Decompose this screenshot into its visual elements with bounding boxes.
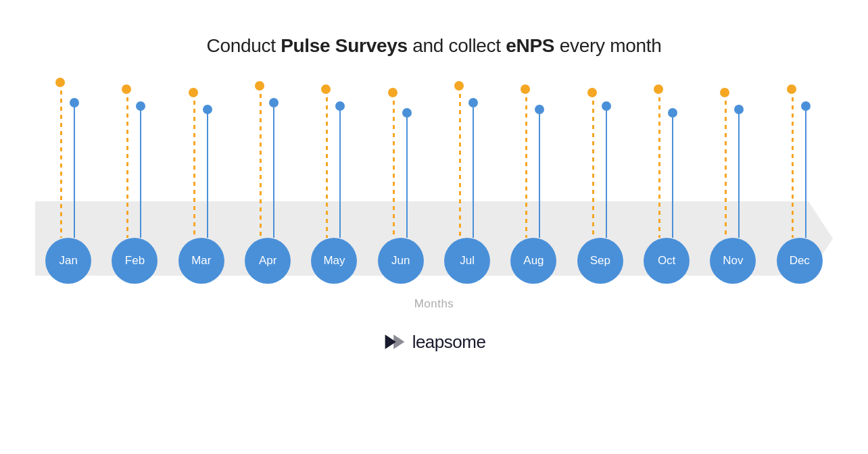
- month-circle-oct: Oct: [644, 238, 690, 284]
- month-circle-dec: Dec: [777, 238, 823, 284]
- pulse-survey-line: [525, 89, 527, 238]
- months-axis-label: Months: [414, 297, 454, 311]
- pulse-survey-line: [459, 86, 461, 238]
- enps-dot: [269, 98, 279, 107]
- pulse-survey-dot: [787, 84, 796, 94]
- pulse-survey-dot: [454, 81, 464, 91]
- pulse-survey-line: [792, 89, 794, 238]
- month-col-dec: Dec: [767, 77, 833, 293]
- pulse-survey-dot: [55, 78, 65, 87]
- logo: leapsome: [383, 330, 486, 354]
- month-col-may: May: [301, 77, 367, 293]
- enps-dot: [203, 105, 212, 114]
- pulse-survey-line: [60, 82, 62, 238]
- pulse-survey-dot: [521, 84, 530, 94]
- enps-dot: [70, 98, 79, 107]
- month-col-mar: Mar: [168, 77, 235, 293]
- leapsome-icon: [383, 330, 407, 354]
- enps-line: [207, 109, 208, 238]
- month-circle-sep: Sep: [577, 238, 623, 284]
- pulse-survey-dot: [654, 84, 663, 94]
- enps-dot: [535, 105, 544, 114]
- pulse-survey-line: [260, 86, 262, 238]
- enps-dot: [734, 105, 744, 114]
- enps-dot: [136, 101, 145, 111]
- enps-line: [738, 109, 740, 238]
- pulse-survey-line: [592, 93, 594, 238]
- pulse-survey-dot: [122, 84, 131, 94]
- month-circle-apr: Apr: [245, 238, 291, 284]
- month-circle-nov: Nov: [710, 238, 756, 284]
- pulse-survey-line: [326, 89, 328, 238]
- enps-line: [74, 103, 75, 238]
- enps-line: [473, 103, 474, 238]
- enps-line: [406, 113, 408, 238]
- enps-line: [805, 106, 806, 238]
- month-col-sep: Sep: [567, 77, 633, 293]
- month-col-apr: Apr: [235, 77, 301, 293]
- pulse-survey-dot: [720, 88, 729, 97]
- month-col-oct: Oct: [633, 77, 700, 293]
- month-col-jul: Jul: [434, 77, 500, 293]
- pulse-survey-dot: [388, 88, 397, 97]
- month-circle-jul: Jul: [444, 238, 490, 284]
- pulse-survey-line: [725, 93, 727, 238]
- pulse-survey-dot: [587, 88, 597, 97]
- months-axis: JanFebMarAprMayJunJulAugSepOctNovDec: [35, 77, 833, 293]
- month-col-jun: Jun: [368, 77, 434, 293]
- pulse-survey-dot: [321, 84, 331, 94]
- month-circle-feb: Feb: [112, 238, 158, 284]
- svg-marker-1: [393, 334, 404, 349]
- pulse-survey-dot: [189, 88, 198, 97]
- pulse-survey-line: [193, 93, 195, 238]
- month-col-nov: Nov: [700, 77, 766, 293]
- month-col-feb: Feb: [101, 77, 168, 293]
- enps-dot: [335, 101, 345, 111]
- pulse-survey-line: [658, 89, 660, 238]
- month-col-jan: Jan: [35, 77, 101, 293]
- enps-line: [339, 106, 341, 238]
- enps-line: [672, 113, 673, 238]
- enps-dot: [402, 108, 412, 118]
- pulse-survey-line: [393, 93, 395, 238]
- enps-line: [539, 109, 540, 238]
- logo-text: leapsome: [412, 332, 486, 353]
- month-circle-may: May: [311, 238, 357, 284]
- month-circle-mar: Mar: [178, 238, 224, 284]
- enps-dot: [668, 108, 677, 118]
- pulse-survey-line: [126, 89, 128, 238]
- enps-line: [140, 106, 141, 238]
- month-col-aug: Aug: [500, 77, 566, 293]
- month-circle-jan: Jan: [45, 238, 91, 284]
- enps-dot: [468, 98, 478, 107]
- page-title: Conduct Pulse Surveys and collect eNPS e…: [207, 35, 662, 57]
- enps-dot: [801, 101, 811, 111]
- pulse-survey-dot: [255, 81, 264, 91]
- enps-line: [273, 103, 274, 238]
- month-circle-jun: Jun: [378, 238, 424, 284]
- month-circle-aug: Aug: [510, 238, 556, 284]
- enps-line: [606, 106, 607, 238]
- chart-area: JanFebMarAprMayJunJulAugSepOctNovDec Mon…: [35, 77, 833, 311]
- enps-dot: [602, 101, 611, 111]
